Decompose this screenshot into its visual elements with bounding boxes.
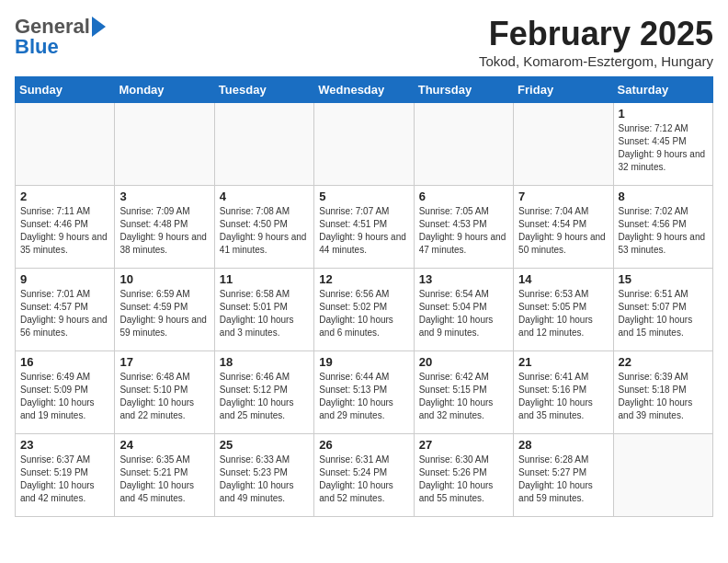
calendar-day-cell [613, 434, 712, 517]
calendar-day-cell [16, 103, 115, 186]
day-number: 9 [20, 272, 109, 286]
day-number: 6 [419, 190, 508, 203]
calendar-day-cell: 13Sunrise: 6:54 AM Sunset: 5:04 PM Dayli… [414, 269, 513, 351]
calendar-day-cell: 6Sunrise: 7:05 AM Sunset: 4:53 PM Daylig… [414, 186, 513, 269]
day-detail: Sunrise: 6:49 AM Sunset: 5:09 PM Dayligh… [20, 371, 109, 422]
day-number: 13 [419, 272, 508, 286]
calendar-day-cell: 3Sunrise: 7:09 AM Sunset: 4:48 PM Daylig… [115, 186, 214, 269]
day-detail: Sunrise: 7:05 AM Sunset: 4:53 PM Dayligh… [419, 205, 508, 257]
calendar-day-cell: 12Sunrise: 6:56 AM Sunset: 5:02 PM Dayli… [314, 269, 414, 351]
calendar-day-cell: 1Sunrise: 7:12 AM Sunset: 4:45 PM Daylig… [613, 103, 712, 186]
day-detail: Sunrise: 6:46 AM Sunset: 5:12 PM Dayligh… [220, 371, 309, 422]
day-detail: Sunrise: 7:01 AM Sunset: 4:57 PM Dayligh… [20, 288, 109, 339]
day-detail: Sunrise: 6:39 AM Sunset: 5:18 PM Dayligh… [619, 371, 708, 422]
day-of-week-header: Thursday [414, 77, 513, 103]
day-number: 19 [319, 355, 408, 369]
day-detail: Sunrise: 6:28 AM Sunset: 5:27 PM Dayligh… [518, 454, 608, 505]
calendar-day-cell: 16Sunrise: 6:49 AM Sunset: 5:09 PM Dayli… [16, 351, 115, 434]
day-of-week-header: Sunday [16, 77, 115, 103]
calendar-day-cell: 26Sunrise: 6:31 AM Sunset: 5:24 PM Dayli… [314, 434, 414, 517]
calendar-day-cell [214, 103, 313, 186]
calendar-day-cell: 27Sunrise: 6:30 AM Sunset: 5:26 PM Dayli… [414, 434, 513, 517]
calendar-day-cell: 9Sunrise: 7:01 AM Sunset: 4:57 PM Daylig… [16, 269, 115, 351]
calendar-day-cell: 2Sunrise: 7:11 AM Sunset: 4:46 PM Daylig… [16, 186, 115, 269]
calendar-day-cell [115, 103, 214, 186]
logo: General Blue [15, 15, 108, 59]
day-detail: Sunrise: 6:59 AM Sunset: 4:59 PM Dayligh… [119, 288, 209, 339]
day-detail: Sunrise: 6:48 AM Sunset: 5:10 PM Dayligh… [119, 371, 209, 422]
day-number: 17 [119, 355, 209, 369]
calendar-week-row: 1Sunrise: 7:12 AM Sunset: 4:45 PM Daylig… [16, 103, 713, 186]
day-number: 5 [319, 190, 408, 203]
day-number: 28 [518, 438, 608, 452]
calendar-day-cell: 25Sunrise: 6:33 AM Sunset: 5:23 PM Dayli… [214, 434, 313, 517]
day-number: 12 [319, 272, 408, 286]
day-of-week-header: Monday [115, 77, 214, 103]
day-number: 14 [518, 272, 608, 286]
calendar-day-cell: 17Sunrise: 6:48 AM Sunset: 5:10 PM Dayli… [115, 351, 214, 434]
calendar-day-cell: 21Sunrise: 6:41 AM Sunset: 5:16 PM Dayli… [514, 351, 613, 434]
day-of-week-header: Friday [514, 77, 613, 103]
calendar-day-cell: 22Sunrise: 6:39 AM Sunset: 5:18 PM Dayli… [613, 351, 712, 434]
day-detail: Sunrise: 6:33 AM Sunset: 5:23 PM Dayligh… [220, 454, 309, 505]
day-detail: Sunrise: 6:30 AM Sunset: 5:26 PM Dayligh… [419, 454, 508, 505]
day-number: 27 [419, 438, 508, 452]
day-number: 16 [20, 355, 109, 369]
day-of-week-header: Tuesday [214, 77, 313, 103]
day-number: 8 [619, 190, 708, 203]
location-title: Tokod, Komarom-Esztergom, Hungary [479, 53, 713, 69]
day-number: 11 [220, 272, 309, 286]
day-detail: Sunrise: 7:11 AM Sunset: 4:46 PM Dayligh… [20, 205, 109, 257]
day-detail: Sunrise: 6:37 AM Sunset: 5:19 PM Dayligh… [20, 454, 109, 505]
calendar-day-cell: 10Sunrise: 6:59 AM Sunset: 4:59 PM Dayli… [115, 269, 214, 351]
logo-blue: Blue [15, 35, 59, 59]
logo-arrow [92, 17, 106, 37]
calendar-day-cell: 15Sunrise: 6:51 AM Sunset: 5:07 PM Dayli… [613, 269, 712, 351]
day-number: 2 [20, 190, 109, 203]
day-number: 20 [419, 355, 508, 369]
calendar-day-cell: 20Sunrise: 6:42 AM Sunset: 5:15 PM Dayli… [414, 351, 513, 434]
day-number: 10 [119, 272, 209, 286]
calendar-day-cell [414, 103, 513, 186]
day-detail: Sunrise: 6:35 AM Sunset: 5:21 PM Dayligh… [119, 454, 209, 505]
calendar-day-cell: 4Sunrise: 7:08 AM Sunset: 4:50 PM Daylig… [214, 186, 313, 269]
day-number: 25 [220, 438, 309, 452]
calendar-day-cell: 18Sunrise: 6:46 AM Sunset: 5:12 PM Dayli… [214, 351, 313, 434]
calendar-day-cell: 8Sunrise: 7:02 AM Sunset: 4:56 PM Daylig… [613, 186, 712, 269]
day-detail: Sunrise: 6:56 AM Sunset: 5:02 PM Dayligh… [319, 288, 408, 339]
day-detail: Sunrise: 7:12 AM Sunset: 4:45 PM Dayligh… [619, 122, 708, 174]
calendar-table: SundayMondayTuesdayWednesdayThursdayFrid… [15, 76, 713, 517]
calendar-day-cell: 28Sunrise: 6:28 AM Sunset: 5:27 PM Dayli… [514, 434, 613, 517]
calendar-day-cell: 24Sunrise: 6:35 AM Sunset: 5:21 PM Dayli… [115, 434, 214, 517]
day-detail: Sunrise: 7:02 AM Sunset: 4:56 PM Dayligh… [619, 205, 708, 257]
day-detail: Sunrise: 7:08 AM Sunset: 4:50 PM Dayligh… [220, 205, 309, 257]
day-detail: Sunrise: 7:04 AM Sunset: 4:54 PM Dayligh… [518, 205, 608, 257]
day-detail: Sunrise: 6:53 AM Sunset: 5:05 PM Dayligh… [518, 288, 608, 339]
day-detail: Sunrise: 7:07 AM Sunset: 4:51 PM Dayligh… [319, 205, 408, 257]
day-number: 3 [119, 190, 209, 203]
day-number: 24 [119, 438, 209, 452]
calendar-week-row: 16Sunrise: 6:49 AM Sunset: 5:09 PM Dayli… [16, 351, 713, 434]
day-number: 18 [220, 355, 309, 369]
calendar-day-cell: 7Sunrise: 7:04 AM Sunset: 4:54 PM Daylig… [514, 186, 613, 269]
day-number: 15 [619, 272, 708, 286]
calendar-day-cell [314, 103, 414, 186]
day-of-week-header: Wednesday [314, 77, 414, 103]
day-number: 26 [319, 438, 408, 452]
day-detail: Sunrise: 6:44 AM Sunset: 5:13 PM Dayligh… [319, 371, 408, 422]
calendar-week-row: 23Sunrise: 6:37 AM Sunset: 5:19 PM Dayli… [16, 434, 713, 517]
calendar-day-cell [514, 103, 613, 186]
day-number: 23 [20, 438, 109, 452]
day-number: 22 [619, 355, 708, 369]
calendar-day-cell: 19Sunrise: 6:44 AM Sunset: 5:13 PM Dayli… [314, 351, 414, 434]
day-number: 4 [220, 190, 309, 203]
day-detail: Sunrise: 7:09 AM Sunset: 4:48 PM Dayligh… [119, 205, 209, 257]
calendar-week-row: 9Sunrise: 7:01 AM Sunset: 4:57 PM Daylig… [16, 269, 713, 351]
day-detail: Sunrise: 6:58 AM Sunset: 5:01 PM Dayligh… [220, 288, 309, 339]
month-title: February 2025 [479, 15, 713, 53]
calendar-day-cell: 11Sunrise: 6:58 AM Sunset: 5:01 PM Dayli… [214, 269, 313, 351]
calendar-week-row: 2Sunrise: 7:11 AM Sunset: 4:46 PM Daylig… [16, 186, 713, 269]
calendar-day-cell: 14Sunrise: 6:53 AM Sunset: 5:05 PM Dayli… [514, 269, 613, 351]
day-of-week-header: Saturday [613, 77, 712, 103]
day-number: 7 [518, 190, 608, 203]
